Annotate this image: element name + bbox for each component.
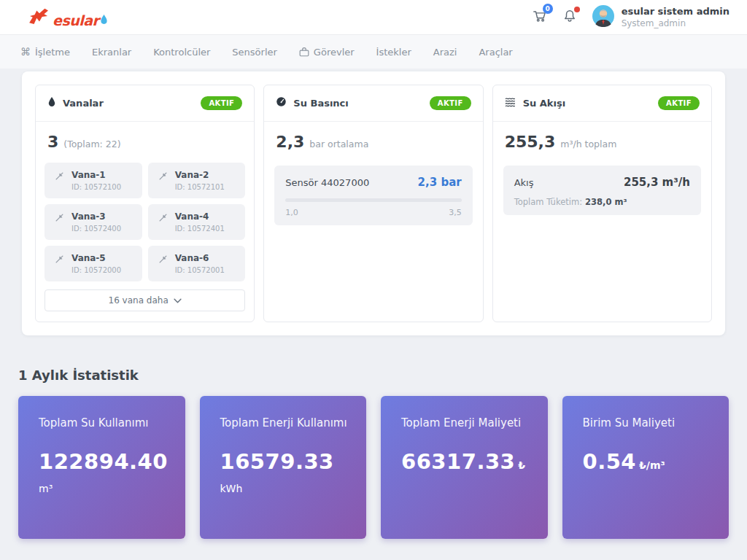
nav-label: Sensörler — [232, 47, 277, 58]
droplet-icon — [47, 96, 56, 110]
user-name: esular sistem admin — [622, 6, 729, 17]
stat-card-water-usage: Toplam Su Kullanımı 122894.40 m³ — [18, 396, 185, 539]
flow-total: 255,3 m³/h toplam — [493, 122, 711, 160]
stat-value-row: 66317.33 ₺ — [401, 449, 541, 474]
valve-name: Vana-6 — [175, 253, 225, 263]
stat-unit: ₺ — [518, 459, 525, 471]
valve-off-icon — [54, 211, 65, 226]
card-title: Su Basıncı — [293, 98, 348, 109]
status-badge: AKTIF — [201, 96, 242, 110]
active-valve-count: 3 — [47, 133, 58, 151]
flow-panel[interactable]: Akış 255,3 m³/h Toplam Tüketim:238,0 m³ — [503, 166, 701, 215]
valve-tile-text: Vana-3 ID: 10572400 — [71, 211, 121, 233]
valve-id: ID: 10572001 — [175, 266, 225, 274]
dashboard-page: { "brand": { "name": "esular" }, "header… — [0, 0, 747, 560]
valve-name: Vana-3 — [71, 211, 121, 222]
valve-off-icon — [158, 253, 169, 268]
stat-unit: m³ — [39, 483, 178, 494]
valve-tile[interactable]: Vana-1 ID: 10572100 — [44, 163, 142, 198]
valves-count: 3 (Toplam: 22) — [36, 122, 254, 160]
stat-card-energy-usage: Toplam Enerji Kullanımı 16579.33 kWh — [200, 396, 367, 539]
pressure-sensor-panel[interactable]: Sensör 44027000 2,3 bar 1,0 3,5 — [274, 166, 472, 225]
brand-logo[interactable]: esular — [28, 7, 108, 28]
valve-off-icon — [158, 211, 169, 226]
stat-label: Birim Su Maliyeti — [583, 416, 722, 429]
stat-value-row: 16579.33 — [220, 449, 360, 474]
top-header: esular 0 — [0, 0, 747, 35]
valve-tile-text: Vana-5 ID: 10572000 — [71, 253, 121, 274]
nav-item-istekler[interactable]: İstekler — [376, 47, 411, 58]
valves-card-header: Vanalar AKTIF — [36, 85, 254, 122]
valve-tile-text: Vana-6 ID: 10572001 — [175, 253, 225, 274]
user-menu[interactable]: esular sistem admin System_admin — [592, 5, 729, 30]
stat-label: Toplam Enerji Kullanımı — [220, 416, 360, 429]
valve-grid: Vana-1 ID: 10572100 Vana-2 ID: 10572101 … — [36, 160, 254, 281]
stats-row: Toplam Su Kullanımı 122894.40 m³ Toplam … — [18, 396, 729, 539]
valve-tile[interactable]: Vana-6 ID: 10572001 — [148, 246, 246, 281]
flow-reading: 255,3 m³/h — [624, 176, 690, 189]
total-consumption-label: Toplam Tüketim: — [514, 197, 582, 207]
cart-button[interactable]: 0 — [533, 9, 547, 26]
stat-card-unit-water-cost: Birim Su Maliyeti 0.54 ₺/m³ — [562, 396, 729, 539]
valve-off-icon — [54, 170, 65, 184]
stat-value: 16579.33 — [220, 449, 334, 474]
valve-tile[interactable]: Vana-4 ID: 10572401 — [148, 204, 246, 240]
valve-tile[interactable]: Vana-2 ID: 10572101 — [148, 163, 246, 198]
stat-card-energy-cost: Toplam Enerji Maliyeti 66317.33 ₺ — [381, 396, 548, 539]
stat-unit: ₺/m³ — [639, 459, 665, 471]
valves-card: Vanalar AKTIF 3 (Toplam: 22) Vana-1 ID: … — [35, 85, 255, 322]
valve-name: Vana-2 — [175, 170, 225, 180]
valve-name: Vana-5 — [71, 253, 121, 263]
notification-dot — [574, 7, 580, 12]
goat-logo-icon — [28, 7, 51, 28]
nav-item-kontrolculer[interactable]: Kontrolcüler — [153, 47, 210, 58]
valve-id: ID: 10572101 — [175, 183, 225, 191]
stat-value-row: 122894.40 — [39, 449, 178, 474]
valve-name: Vana-4 — [175, 211, 225, 222]
valve-tile-text: Vana-4 ID: 10572401 — [175, 211, 225, 233]
stat-value-row: 0.54 ₺/m³ — [583, 449, 722, 474]
pressure-range-bar — [285, 198, 461, 202]
nav-label: Araçlar — [479, 47, 512, 58]
range-max: 3,5 — [449, 208, 462, 217]
nav-item-arazi[interactable]: Arazi — [433, 47, 457, 58]
flow-card-header: Su Akışı AKTIF — [493, 85, 711, 122]
total-consumption-value: 238,0 m³ — [585, 197, 627, 207]
valve-off-icon — [158, 170, 169, 184]
show-more-valves-button[interactable]: 16 vana daha — [44, 289, 245, 311]
valve-tile[interactable]: Vana-3 ID: 10572400 — [44, 204, 142, 240]
valve-tile[interactable]: Vana-5 ID: 10572000 — [44, 246, 142, 281]
nav-item-sensorler[interactable]: Sensörler — [232, 47, 277, 58]
status-badge: AKTIF — [658, 96, 700, 110]
total-consumption-row: Toplam Tüketim:238,0 m³ — [514, 197, 690, 207]
valve-id: ID: 10572401 — [175, 225, 225, 233]
nav-label: Ekranlar — [92, 47, 131, 58]
flow-value: 255,3 — [505, 133, 556, 151]
notifications-button[interactable] — [563, 9, 576, 26]
valve-name: Vana-1 — [71, 170, 121, 180]
nav-label: Kontrolcüler — [153, 47, 210, 58]
nav-item-isletme[interactable]: ⌘ İşletme — [20, 47, 70, 58]
sensor-name: Sensör 44027000 — [285, 177, 369, 188]
valve-off-icon — [54, 253, 65, 268]
sensor-reading-row: Sensör 44027000 2,3 bar — [285, 176, 461, 189]
stats-heading: 1 Aylık İstatistik — [18, 368, 729, 383]
flow-label: Akış — [514, 177, 534, 188]
pressure-value: 2,3 — [276, 133, 304, 151]
nav-item-gorevler[interactable]: Görevler — [299, 47, 355, 58]
range-min: 1,0 — [285, 208, 298, 217]
sensor-reading: 2,3 bar — [418, 176, 462, 189]
waves-icon — [505, 96, 516, 110]
nav-label: İstekler — [376, 47, 411, 58]
nav-label: Arazi — [433, 47, 457, 58]
nav-item-araclar[interactable]: Araçlar — [479, 47, 512, 58]
card-title: Vanalar — [63, 98, 104, 109]
valve-id: ID: 10572400 — [71, 225, 121, 233]
nav-item-ekranlar[interactable]: Ekranlar — [92, 47, 131, 58]
valve-id: ID: 10572100 — [71, 183, 121, 191]
flow-reading-row: Akış 255,3 m³/h — [514, 176, 690, 189]
valve-total-note: (Toplam: 22) — [63, 139, 120, 149]
brand-name: esular — [53, 14, 98, 28]
nav-label: İşletme — [35, 47, 70, 58]
stat-value: 122894.40 — [39, 449, 168, 474]
